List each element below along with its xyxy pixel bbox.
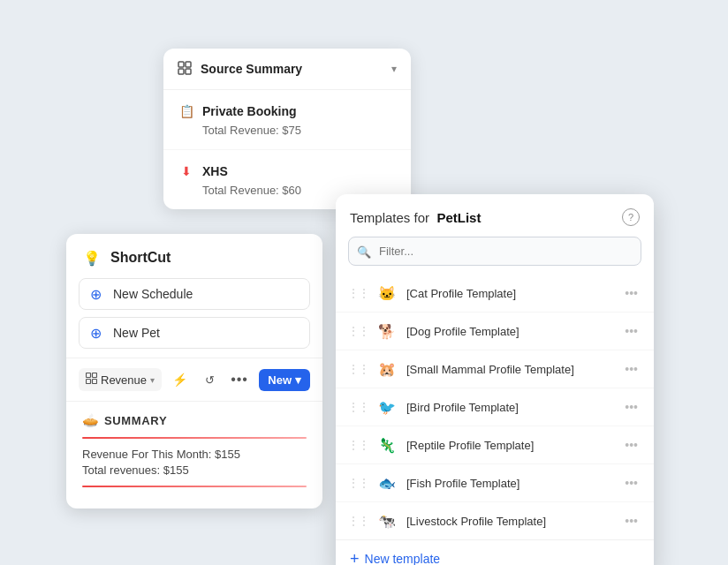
grid-icon	[178, 61, 193, 77]
revenue-label: Revenue	[101, 373, 147, 387]
drag-handle-icon: ⋮⋮	[348, 515, 369, 527]
download-icon: ⬇	[178, 162, 195, 180]
new-pet-label: New Pet	[113, 326, 160, 340]
plus-icon: +	[350, 551, 360, 565]
help-icon[interactable]: ?	[622, 208, 640, 226]
more-options-icon[interactable]: •••	[621, 322, 641, 340]
source-summary-header: Source Summary ▾	[163, 49, 411, 90]
template-item-livestock[interactable]: ⋮⋮ 🐄 [Livestock Profile Template] •••	[336, 502, 654, 539]
revenue-group[interactable]: Revenue ▾	[79, 368, 162, 391]
drag-handle-icon: ⋮⋮	[348, 401, 369, 413]
templates-title-prefix: Templates for	[350, 210, 429, 225]
more-icon: •••	[231, 372, 248, 388]
svg-rect-7	[93, 380, 97, 384]
more-options-icon[interactable]: •••	[621, 474, 641, 492]
drag-handle-icon: ⋮⋮	[348, 477, 369, 489]
new-pet-item[interactable]: ⊕ New Pet	[79, 317, 310, 349]
shortcut-title: ShortCut	[110, 250, 171, 266]
new-template-link[interactable]: + New template	[350, 551, 640, 565]
drag-handle-icon: ⋮⋮	[348, 439, 369, 451]
source-revenue: Total Revenue: $75	[178, 124, 397, 137]
summary-stat-total: Total revenues: $155	[82, 463, 307, 477]
templates-title: Templates for PetList	[350, 210, 481, 225]
templates-footer: + New template	[336, 539, 654, 565]
template-name-small-mammal: [Small Mammal Profile Template]	[406, 363, 621, 376]
pie-chart-icon: 🥧	[82, 412, 99, 428]
summary-divider-bottom	[82, 486, 307, 487]
summary-section: 🥧 SUMMARY Revenue For This Month: $155 T…	[66, 401, 322, 508]
more-options-icon[interactable]: •••	[621, 512, 641, 530]
drag-handle-icon: ⋮⋮	[348, 325, 369, 337]
search-icon: 🔍	[357, 245, 371, 258]
new-schedule-label: New Schedule	[113, 287, 193, 301]
lightbulb-icon: 💡	[82, 248, 102, 267]
template-item-bird[interactable]: ⋮⋮ 🐦 [Bird Profile Template] •••	[336, 388, 654, 426]
bolt-button[interactable]: ⚡	[167, 367, 192, 392]
drag-handle-icon: ⋮⋮	[348, 363, 369, 375]
clipboard-icon: 📋	[178, 102, 195, 120]
grid-icon-small	[86, 372, 97, 388]
templates-list: ⋮⋮ 🐱 [Cat Profile Template] ••• ⋮⋮ 🐕 [Do…	[336, 275, 654, 539]
chevron-down-icon[interactable]: ▾	[391, 63, 397, 75]
new-schedule-item[interactable]: ⊕ New Schedule	[79, 278, 310, 310]
template-name-cat: [Cat Profile Template]	[406, 287, 621, 300]
bolt-icon: ⚡	[172, 373, 187, 387]
template-item-dog[interactable]: ⋮⋮ 🐕 [Dog Profile Template] •••	[336, 313, 654, 350]
shortcut-items-list: ⊕ New Schedule ⊕ New Pet	[66, 278, 322, 358]
svg-rect-5	[93, 373, 97, 378]
source-item-private-booking: 📋 Private Booking Total Revenue: $75	[163, 90, 411, 150]
svg-rect-1	[186, 62, 191, 67]
new-template-label: New template	[365, 552, 441, 565]
template-name-bird: [Bird Profile Template]	[406, 401, 621, 414]
svg-rect-6	[87, 380, 91, 384]
more-button[interactable]: •••	[227, 367, 252, 392]
template-name-reptile: [Reptile Profile Template]	[406, 439, 621, 452]
reptile-icon: 🦎	[376, 434, 398, 456]
shortcut-card: 💡 ShortCut ⊕ New Schedule ⊕ New Pet Reve…	[66, 234, 322, 508]
source-summary-title: Source Summary	[201, 62, 391, 76]
plus-circle-icon-2: ⊕	[90, 325, 106, 341]
template-item-fish[interactable]: ⋮⋮ 🐟 [Fish Profile Template] •••	[336, 464, 654, 502]
source-name-xhs: XHS	[202, 164, 228, 178]
templates-entity: PetList	[436, 210, 481, 225]
more-options-icon[interactable]: •••	[621, 360, 641, 378]
templates-card: Templates for PetList ? 🔍 ⋮⋮ 🐱 [Cat Prof…	[336, 194, 654, 565]
fish-icon: 🐟	[376, 472, 398, 493]
shortcut-toolbar: Revenue ▾ ⚡ ↺ ••• New ▾	[66, 358, 322, 401]
svg-rect-3	[186, 69, 191, 74]
new-button-chevron-icon: ▾	[295, 373, 301, 387]
more-options-icon[interactable]: •••	[621, 398, 641, 416]
templates-search-container: 🔍	[348, 237, 641, 266]
shortcut-header: 💡 ShortCut	[66, 234, 322, 278]
source-name: Private Booking	[202, 104, 297, 118]
refresh-icon: ↺	[205, 373, 215, 387]
svg-rect-0	[178, 62, 184, 67]
bird-icon: 🐦	[376, 396, 398, 418]
revenue-chevron-icon: ▾	[150, 375, 155, 385]
more-options-icon[interactable]: •••	[621, 284, 641, 302]
source-summary-card: Source Summary ▾ 📋 Private Booking Total…	[163, 49, 411, 209]
template-item-reptile[interactable]: ⋮⋮ 🦎 [Reptile Profile Template] •••	[336, 426, 654, 464]
cat-icon: 🐱	[376, 282, 398, 304]
plus-circle-icon: ⊕	[90, 286, 106, 302]
refresh-button[interactable]: ↺	[197, 367, 222, 392]
template-name-fish: [Fish Profile Template]	[406, 477, 621, 490]
dog-icon: 🐕	[376, 320, 398, 342]
template-item-small-mammal[interactable]: ⋮⋮ 🐹 [Small Mammal Profile Template] •••	[336, 350, 654, 388]
templates-header: Templates for PetList ?	[336, 194, 654, 237]
summary-header: 🥧 SUMMARY	[82, 412, 307, 428]
summary-stat-monthly: Revenue For This Month: $155	[82, 448, 307, 461]
hamster-icon: 🐹	[376, 358, 398, 380]
template-name-livestock: [Livestock Profile Template]	[406, 515, 621, 528]
more-options-icon[interactable]: •••	[621, 436, 641, 454]
search-input[interactable]	[348, 237, 641, 266]
new-button[interactable]: New ▾	[259, 369, 310, 391]
template-name-dog: [Dog Profile Template]	[406, 325, 621, 338]
svg-rect-2	[178, 69, 184, 74]
summary-title: SUMMARY	[104, 414, 167, 427]
new-button-label: New	[268, 373, 292, 387]
livestock-icon: 🐄	[376, 510, 398, 531]
svg-rect-4	[87, 373, 91, 378]
summary-divider	[82, 437, 307, 439]
template-item-cat[interactable]: ⋮⋮ 🐱 [Cat Profile Template] •••	[336, 275, 654, 313]
